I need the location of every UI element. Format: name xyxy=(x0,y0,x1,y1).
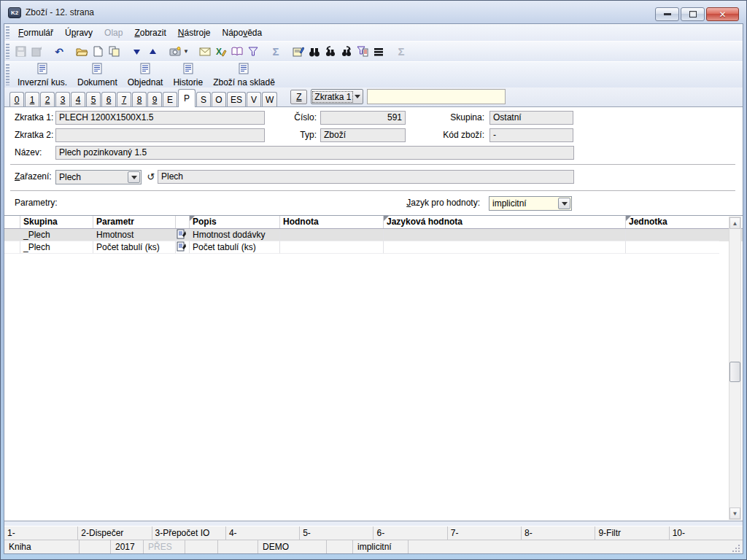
skupina-field[interactable]: Ostatní xyxy=(489,111,573,125)
send-mail-icon[interactable] xyxy=(197,44,213,59)
maximize-button[interactable] xyxy=(681,7,705,21)
sum-sigma-icon[interactable]: Σ xyxy=(268,44,284,59)
snapshot-dropdown-icon[interactable]: ▼ xyxy=(183,48,190,55)
tab-w[interactable]: W xyxy=(262,92,277,106)
tab-v[interactable]: V xyxy=(247,92,261,106)
move-up-icon[interactable] xyxy=(144,44,160,59)
typ-field[interactable]: Zboží xyxy=(320,128,406,142)
kod-zbozi-field[interactable]: - xyxy=(489,128,573,142)
zkratka2-field[interactable] xyxy=(55,128,265,142)
tab-s[interactable]: S xyxy=(196,92,211,106)
fn-5[interactable]: 5- xyxy=(300,526,374,540)
tab-o[interactable]: O xyxy=(212,92,226,106)
minimize-button[interactable] xyxy=(655,7,679,21)
tab-e[interactable]: E xyxy=(163,92,177,106)
header-popis[interactable]: Popis xyxy=(190,216,280,228)
nazev-field[interactable]: Plech pozinkovaný 1.5 xyxy=(55,146,574,160)
toolbar-grip[interactable] xyxy=(6,64,9,85)
move-down-icon[interactable] xyxy=(128,44,144,59)
menu-zobrazit[interactable]: Zobrazit xyxy=(128,26,171,40)
jazyk-combo[interactable]: implicitní xyxy=(489,196,572,211)
cislo-field[interactable]: 591 xyxy=(320,111,406,125)
inverzni-kus-button[interactable]: Inverzní kus. xyxy=(12,62,72,88)
combo-button[interactable] xyxy=(128,171,140,183)
tab-1[interactable]: 1 xyxy=(25,92,39,106)
save-icon[interactable] xyxy=(12,44,28,59)
fn-6[interactable]: 6- xyxy=(374,526,447,540)
menu-napoveda[interactable]: Nápověda xyxy=(217,26,268,40)
tab-0[interactable]: 0 xyxy=(9,92,24,106)
close-button[interactable]: ✕ xyxy=(706,7,739,21)
cell-hodnota[interactable] xyxy=(280,229,384,241)
toolbar-grip[interactable] xyxy=(6,44,9,59)
fn-4[interactable]: 4- xyxy=(226,526,300,540)
menu-upravy[interactable]: Úpravy xyxy=(59,26,98,40)
fn-7[interactable]: 7- xyxy=(448,526,522,540)
book-icon[interactable] xyxy=(229,44,245,59)
scroll-up-icon[interactable]: ▲ xyxy=(729,217,740,229)
fn-10[interactable]: 10- xyxy=(670,526,743,540)
zkratka1-field[interactable]: PLECH 1200X1500X1.5 xyxy=(55,111,265,125)
objednat-button[interactable]: Objednat xyxy=(123,62,169,88)
fn-3-prepocet-io[interactable]: 3-Přepočet IO xyxy=(152,526,226,540)
copy-icon[interactable] xyxy=(106,44,122,59)
menu-formular[interactable]: Formulář xyxy=(12,26,59,40)
filter-funnel-icon[interactable] xyxy=(245,44,261,59)
filter-document-icon[interactable] xyxy=(355,44,371,59)
save-as-icon[interactable] xyxy=(28,44,44,59)
header-jazykova-hodnota[interactable]: Jazyková hodnota xyxy=(384,216,626,228)
tab-4[interactable]: 4 xyxy=(71,92,85,106)
fn-2-dispecer[interactable]: 2-Dispečer xyxy=(78,526,152,540)
tab-5[interactable]: 5 xyxy=(86,92,101,106)
fn-8[interactable]: 8- xyxy=(522,526,595,540)
z-button[interactable]: Z xyxy=(290,90,307,104)
historie-button[interactable]: Historie xyxy=(168,62,208,88)
tab-es[interactable]: ES xyxy=(227,92,246,106)
resize-grip[interactable] xyxy=(732,543,741,552)
header-skupina[interactable]: Skupina xyxy=(20,216,93,228)
tab-7[interactable]: 7 xyxy=(117,92,131,106)
scroll-down-icon[interactable]: ▼ xyxy=(729,508,740,519)
export-excel-icon[interactable]: X xyxy=(213,44,229,59)
tab-p-active[interactable]: P xyxy=(178,89,196,107)
new-document-icon[interactable] xyxy=(90,44,106,59)
cell-jazykova-hodnota[interactable] xyxy=(384,241,626,254)
list-lines-icon[interactable] xyxy=(371,44,387,59)
undo-icon[interactable]: ↶ xyxy=(51,44,67,59)
edit-document-icon[interactable] xyxy=(290,44,306,59)
scrollbar-thumb[interactable] xyxy=(729,362,740,382)
header-hodnota[interactable]: Hodnota xyxy=(280,216,384,228)
vertical-scrollbar[interactable]: ▲ ▼ xyxy=(729,217,741,520)
zbozi-na-sklade-button[interactable]: Zboží na skladě xyxy=(208,62,280,88)
table-row[interactable]: _Plech Hmotnost Hmotnost dodávky xyxy=(4,229,743,241)
find-next-icon[interactable] xyxy=(338,44,355,59)
header-parametr[interactable]: Parametr xyxy=(93,216,176,228)
find-previous-icon[interactable] xyxy=(322,44,338,59)
cell-hodnota[interactable] xyxy=(280,241,384,254)
toolbar-grip[interactable] xyxy=(6,26,9,39)
menu-nastroje[interactable]: Nástroje xyxy=(172,26,217,40)
combo-button[interactable] xyxy=(558,198,570,209)
quick-search-input[interactable] xyxy=(367,89,506,104)
cell-jazykova-hodnota[interactable] xyxy=(384,229,626,241)
header-jednotka[interactable]: Jednotka xyxy=(626,216,719,228)
note-pencil-icon[interactable] xyxy=(176,241,190,254)
zarazeni-combo[interactable]: Plech xyxy=(55,170,142,184)
revert-icon[interactable]: ↺ xyxy=(145,170,157,184)
tab-6[interactable]: 6 xyxy=(101,92,116,106)
tab-3[interactable]: 3 xyxy=(55,92,70,106)
tab-9[interactable]: 9 xyxy=(147,92,162,106)
snapshot-camera-icon[interactable] xyxy=(167,44,183,59)
table-row[interactable]: _Plech Počet tabulí (ks) Počet tabulí (k… xyxy=(4,241,743,254)
dokument-button[interactable]: Dokument xyxy=(72,62,123,88)
tab-8[interactable]: 8 xyxy=(132,92,147,106)
search-field-selector[interactable]: Zkratka 1 xyxy=(311,89,363,104)
tab-2[interactable]: 2 xyxy=(40,92,55,106)
find-binoculars-icon[interactable] xyxy=(306,44,322,59)
sum-records-icon[interactable]: Σ xyxy=(393,44,409,59)
fn-1[interactable]: 1- xyxy=(4,526,78,540)
open-folder-icon[interactable] xyxy=(74,44,90,59)
fn-9-filtr[interactable]: 9-Filtr xyxy=(595,526,669,540)
zarazeni-path-field[interactable]: Plech xyxy=(158,170,574,184)
note-pencil-icon[interactable] xyxy=(176,229,190,241)
